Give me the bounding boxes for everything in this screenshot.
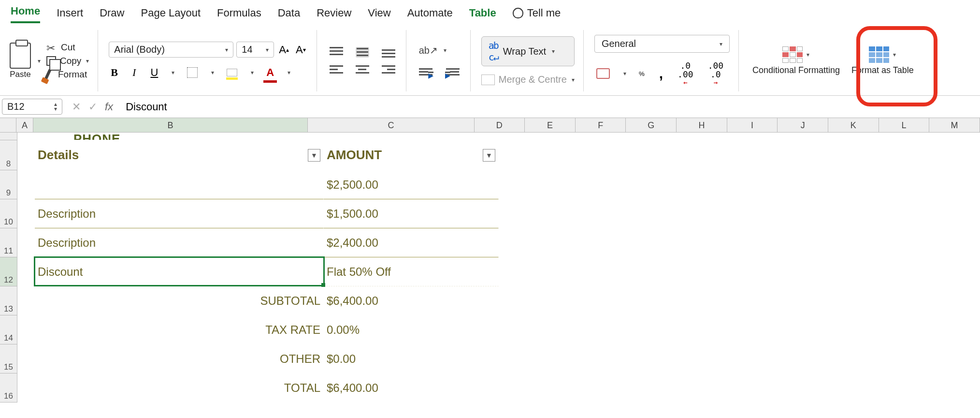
cell-C12[interactable]: Flat 50% Off <box>324 257 499 286</box>
font-name-select[interactable]: Arial (Body) ▾ <box>109 42 233 58</box>
cell-B14[interactable]: TAX RATE <box>35 315 324 344</box>
col-header-A[interactable]: A <box>16 118 33 132</box>
cell-C16[interactable]: $6,400.00 <box>324 373 499 403</box>
align-top-button[interactable] <box>328 46 345 59</box>
bold-button[interactable]: B <box>109 65 120 80</box>
filter-button-amount[interactable]: ▼ <box>483 149 495 162</box>
tell-me[interactable]: Tell me <box>513 7 561 23</box>
tab-table[interactable]: Table <box>469 7 496 23</box>
align-left-button[interactable] <box>328 63 345 76</box>
align-bottom-button[interactable] <box>380 46 397 59</box>
tab-automate[interactable]: Automate <box>407 7 453 23</box>
cell-C13[interactable]: $6,400.00 <box>324 286 499 315</box>
cell-C8[interactable]: AMOUNT ▼ <box>324 140 499 170</box>
cell-B15[interactable]: OTHER <box>35 344 324 373</box>
name-box[interactable]: B12 ▴▾ <box>2 99 62 115</box>
font-color-button[interactable]: A <box>264 65 276 80</box>
format-painter-button[interactable]: Format <box>46 69 89 80</box>
increase-font-button[interactable]: A▴ <box>277 43 291 57</box>
formula-input[interactable] <box>121 99 980 115</box>
spreadsheet-grid[interactable]: A B C D E F G H I J K L M PHONE 8 Detail… <box>0 118 980 403</box>
increase-indent-button[interactable]: ▶ <box>444 66 461 78</box>
tab-insert[interactable]: Insert <box>57 7 83 23</box>
tab-data[interactable]: Data <box>278 7 300 23</box>
select-all-corner[interactable] <box>0 118 16 132</box>
confirm-icon[interactable]: ✓ <box>88 101 97 113</box>
increase-decimal-button[interactable]: .0.00← <box>676 60 695 87</box>
align-right-button[interactable] <box>380 63 397 76</box>
cell-C10[interactable]: $1,500.00 <box>324 199 499 228</box>
cell-C15[interactable]: $0.00 <box>324 344 499 373</box>
font-size-select[interactable]: 14 ▾ <box>236 42 274 58</box>
cell-C11[interactable]: $2,400.00 <box>324 228 499 257</box>
row-header-16[interactable]: 16 <box>0 373 17 403</box>
italic-button[interactable]: I <box>130 65 138 80</box>
col-header-G[interactable]: G <box>626 118 677 132</box>
decrease-font-button[interactable]: A▾ <box>294 43 308 57</box>
row-header-15[interactable]: 15 <box>0 344 17 373</box>
percent-format-button[interactable]: % <box>637 69 647 78</box>
paste-caret[interactable]: ▾ <box>38 58 41 64</box>
tab-page-layout[interactable]: Page Layout <box>141 7 201 23</box>
format-as-table-button[interactable]: ▾ Format as Table <box>849 46 917 75</box>
row-header-12[interactable]: 12 <box>0 257 17 286</box>
comma-format-button[interactable]: , <box>657 64 665 83</box>
tab-home[interactable]: Home <box>11 5 40 23</box>
cell-B16[interactable]: TOTAL <box>35 373 324 403</box>
merge-centre-button[interactable]: Merge & Centre ▾ <box>481 74 575 85</box>
fill-caret[interactable]: ▾ <box>251 69 254 76</box>
fill-color-button[interactable] <box>225 68 239 77</box>
conditional-formatting-button[interactable]: ▾ Conditional Formatting <box>749 46 843 75</box>
filter-button-details[interactable]: ▼ <box>308 149 320 162</box>
row-header-14[interactable]: 14 <box>0 315 17 344</box>
row-header-13[interactable]: 13 <box>0 286 17 315</box>
col-header-C[interactable]: C <box>308 118 474 132</box>
borders-caret[interactable]: ▾ <box>211 69 214 76</box>
copy-button[interactable]: Copy ▾ <box>46 56 89 66</box>
decrease-decimal-button[interactable]: .00.0→ <box>706 60 726 87</box>
col-header-E[interactable]: E <box>525 118 576 132</box>
col-header-I[interactable]: I <box>727 118 778 132</box>
cell-B8[interactable]: Details ▼ <box>35 140 324 170</box>
currency-caret[interactable]: ▾ <box>623 70 626 77</box>
fx-icon[interactable]: fx <box>105 101 113 113</box>
cell-B9[interactable] <box>35 170 324 199</box>
col-header-L[interactable]: L <box>879 118 930 132</box>
tab-draw[interactable]: Draw <box>100 7 124 23</box>
row-header-11[interactable]: 11 <box>0 228 17 257</box>
align-center-button[interactable] <box>354 63 371 76</box>
cell-B10[interactable]: Description <box>35 199 324 228</box>
row-header-8[interactable]: 8 <box>0 140 17 170</box>
align-middle-button[interactable] <box>354 46 371 59</box>
tab-review[interactable]: Review <box>317 7 351 23</box>
tab-formulas[interactable]: Formulas <box>217 7 261 23</box>
cell-B12[interactable]: Discount <box>35 257 324 286</box>
col-header-K[interactable]: K <box>828 118 879 132</box>
row-header-10[interactable]: 10 <box>0 199 17 228</box>
wrap-text-button[interactable]: abc↵ Wrap Text ▾ <box>481 36 575 66</box>
borders-button[interactable] <box>185 66 200 79</box>
row-header-7[interactable] <box>0 133 17 140</box>
paste-button[interactable]: Paste <box>10 43 31 79</box>
orientation-caret[interactable]: ▾ <box>444 47 447 54</box>
number-format-select[interactable]: General ▾ <box>594 35 730 53</box>
row-header-9[interactable]: 9 <box>0 170 17 199</box>
col-header-F[interactable]: F <box>576 118 626 132</box>
cancel-icon[interactable]: ✕ <box>72 101 81 113</box>
cell-C9[interactable]: $2,500.00 <box>324 170 499 199</box>
underline-caret[interactable]: ▾ <box>172 69 174 76</box>
col-header-H[interactable]: H <box>677 118 727 132</box>
cell-B13[interactable]: SUBTOTAL <box>35 286 324 315</box>
col-header-M[interactable]: M <box>929 118 980 132</box>
cut-button[interactable]: Cut <box>46 42 89 53</box>
cell-B11[interactable]: Description <box>35 228 324 257</box>
tab-view[interactable]: View <box>368 7 390 23</box>
font-color-caret[interactable]: ▾ <box>288 69 290 76</box>
col-header-B[interactable]: B <box>33 118 308 132</box>
col-header-J[interactable]: J <box>778 118 828 132</box>
accounting-format-button[interactable] <box>594 67 612 80</box>
underline-button[interactable]: U <box>148 65 160 80</box>
col-header-D[interactable]: D <box>475 118 525 132</box>
cell-C14[interactable]: 0.00% <box>324 315 499 344</box>
orientation-button[interactable]: ab↗ <box>417 44 440 57</box>
